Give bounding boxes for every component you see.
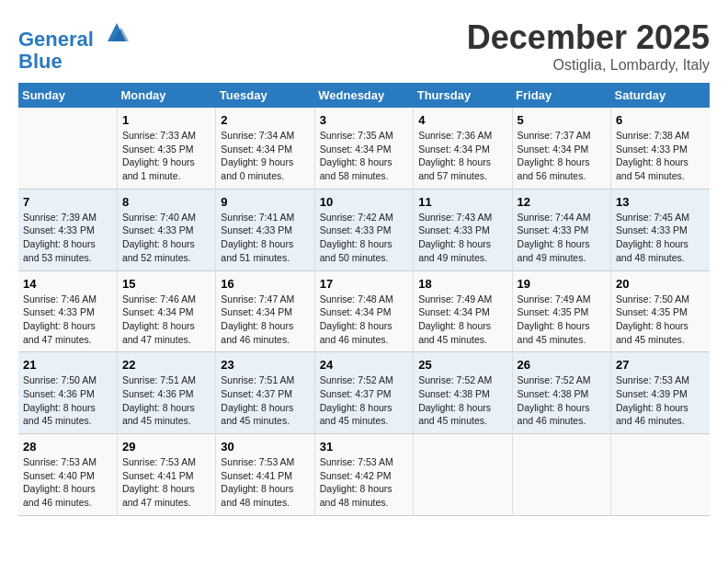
day-number: 19 [518,277,606,291]
day-cell: 7Sunrise: 7:39 AM Sunset: 4:33 PM Daylig… [18,189,117,270]
day-number: 9 [221,195,309,209]
day-detail: Sunrise: 7:34 AM Sunset: 4:34 PM Dayligh… [221,129,309,183]
day-number: 3 [320,113,408,127]
day-cell: 16Sunrise: 7:47 AM Sunset: 4:34 PM Dayli… [216,270,314,352]
day-number: 20 [616,277,705,291]
day-detail: Sunrise: 7:41 AM Sunset: 4:33 PM Dayligh… [221,211,309,265]
day-cell: 5Sunrise: 7:37 AM Sunset: 4:34 PM Daylig… [512,108,610,189]
day-detail: Sunrise: 7:48 AM Sunset: 4:34 PM Dayligh… [320,293,408,347]
day-cell: 28Sunrise: 7:53 AM Sunset: 4:40 PM Dayli… [18,434,117,516]
week-row-5: 28Sunrise: 7:53 AM Sunset: 4:40 PM Dayli… [18,434,710,516]
logo-icon [103,18,131,46]
day-cell: 18Sunrise: 7:49 AM Sunset: 4:34 PM Dayli… [414,270,512,352]
day-detail: Sunrise: 7:52 AM Sunset: 4:38 PM Dayligh… [518,373,606,428]
day-cell: 10Sunrise: 7:42 AM Sunset: 4:33 PM Dayli… [314,189,413,270]
day-number: 18 [418,277,506,291]
day-cell: 23Sunrise: 7:51 AM Sunset: 4:37 PM Dayli… [216,352,314,434]
day-cell: 2Sunrise: 7:34 AM Sunset: 4:34 PM Daylig… [216,108,314,189]
week-row-1: 1Sunrise: 7:33 AM Sunset: 4:35 PM Daylig… [18,108,710,189]
day-detail: Sunrise: 7:51 AM Sunset: 4:37 PM Dayligh… [221,373,309,428]
day-number: 2 [221,113,309,127]
day-cell: 6Sunrise: 7:38 AM Sunset: 4:33 PM Daylig… [611,108,710,189]
day-detail: Sunrise: 7:50 AM Sunset: 4:36 PM Dayligh… [23,373,112,428]
day-cell: 30Sunrise: 7:53 AM Sunset: 4:41 PM Dayli… [216,434,314,516]
day-cell [512,434,610,516]
week-row-2: 7Sunrise: 7:39 AM Sunset: 4:33 PM Daylig… [18,189,710,270]
title-area: December 2025 Ostiglia, Lombardy, Italy [467,18,710,74]
day-detail: Sunrise: 7:53 AM Sunset: 4:42 PM Dayligh… [320,455,408,510]
day-number: 29 [122,440,210,454]
day-number: 6 [616,113,705,127]
day-number: 1 [122,113,210,127]
day-detail: Sunrise: 7:47 AM Sunset: 4:34 PM Dayligh… [221,293,309,347]
weekday-header-thursday: Thursday [414,83,512,108]
day-detail: Sunrise: 7:53 AM Sunset: 4:39 PM Dayligh… [616,373,705,428]
week-row-4: 21Sunrise: 7:50 AM Sunset: 4:36 PM Dayli… [18,352,710,434]
day-detail: Sunrise: 7:51 AM Sunset: 4:36 PM Dayligh… [122,373,210,428]
day-number: 25 [418,358,506,372]
day-cell: 17Sunrise: 7:48 AM Sunset: 4:34 PM Dayli… [314,270,413,352]
day-cell [414,434,512,516]
day-number: 28 [23,440,112,454]
day-cell: 27Sunrise: 7:53 AM Sunset: 4:39 PM Dayli… [611,352,710,434]
day-cell: 19Sunrise: 7:49 AM Sunset: 4:35 PM Dayli… [512,270,610,352]
day-number: 31 [320,440,408,454]
day-detail: Sunrise: 7:53 AM Sunset: 4:41 PM Dayligh… [122,455,210,510]
day-number: 12 [518,195,606,209]
weekday-header-friday: Friday [512,83,610,108]
day-number: 4 [418,113,506,127]
day-detail: Sunrise: 7:44 AM Sunset: 4:33 PM Dayligh… [518,211,606,265]
weekday-header-wednesday: Wednesday [314,83,413,108]
day-detail: Sunrise: 7:39 AM Sunset: 4:33 PM Dayligh… [23,211,112,265]
day-detail: Sunrise: 7:53 AM Sunset: 4:40 PM Dayligh… [23,455,112,510]
weekday-header-monday: Monday [117,83,215,108]
logo: General Blue [18,18,131,73]
day-cell: 25Sunrise: 7:52 AM Sunset: 4:38 PM Dayli… [414,352,512,434]
day-cell: 21Sunrise: 7:50 AM Sunset: 4:36 PM Dayli… [18,352,117,434]
weekday-header-tuesday: Tuesday [216,83,314,108]
day-number: 13 [616,195,705,209]
day-number: 5 [518,113,606,127]
day-cell: 9Sunrise: 7:41 AM Sunset: 4:33 PM Daylig… [216,189,314,270]
calendar-table: SundayMondayTuesdayWednesdayThursdayFrid… [18,83,710,516]
day-number: 17 [320,277,408,291]
day-number: 14 [23,277,112,291]
day-detail: Sunrise: 7:40 AM Sunset: 4:33 PM Dayligh… [122,211,210,265]
day-number: 30 [221,440,309,454]
day-cell: 4Sunrise: 7:36 AM Sunset: 4:34 PM Daylig… [414,108,512,189]
day-number: 22 [122,358,210,372]
day-cell: 22Sunrise: 7:51 AM Sunset: 4:36 PM Dayli… [117,352,215,434]
day-detail: Sunrise: 7:50 AM Sunset: 4:35 PM Dayligh… [616,293,705,347]
day-number: 7 [23,195,112,209]
week-row-3: 14Sunrise: 7:46 AM Sunset: 4:33 PM Dayli… [18,270,710,352]
day-cell: 12Sunrise: 7:44 AM Sunset: 4:33 PM Dayli… [512,189,610,270]
weekday-header-sunday: Sunday [18,83,117,108]
day-cell: 13Sunrise: 7:45 AM Sunset: 4:33 PM Dayli… [611,189,710,270]
day-cell: 26Sunrise: 7:52 AM Sunset: 4:38 PM Dayli… [512,352,610,434]
day-cell: 11Sunrise: 7:43 AM Sunset: 4:33 PM Dayli… [414,189,512,270]
day-detail: Sunrise: 7:33 AM Sunset: 4:35 PM Dayligh… [122,129,210,183]
day-cell: 1Sunrise: 7:33 AM Sunset: 4:35 PM Daylig… [117,108,215,189]
day-cell: 20Sunrise: 7:50 AM Sunset: 4:35 PM Dayli… [611,270,710,352]
day-detail: Sunrise: 7:52 AM Sunset: 4:38 PM Dayligh… [418,373,506,428]
weekday-header-saturday: Saturday [611,83,710,108]
day-number: 11 [418,195,506,209]
day-number: 8 [122,195,210,209]
day-cell: 8Sunrise: 7:40 AM Sunset: 4:33 PM Daylig… [117,189,215,270]
day-cell: 15Sunrise: 7:46 AM Sunset: 4:34 PM Dayli… [117,270,215,352]
day-detail: Sunrise: 7:46 AM Sunset: 4:33 PM Dayligh… [23,293,112,347]
day-number: 10 [320,195,408,209]
day-detail: Sunrise: 7:42 AM Sunset: 4:33 PM Dayligh… [320,211,408,265]
day-cell: 24Sunrise: 7:52 AM Sunset: 4:37 PM Dayli… [314,352,413,434]
day-detail: Sunrise: 7:37 AM Sunset: 4:34 PM Dayligh… [518,129,606,183]
day-detail: Sunrise: 7:43 AM Sunset: 4:33 PM Dayligh… [418,211,506,265]
day-number: 24 [320,358,408,372]
month-title: December 2025 [467,18,710,57]
day-detail: Sunrise: 7:53 AM Sunset: 4:41 PM Dayligh… [221,455,309,510]
day-detail: Sunrise: 7:45 AM Sunset: 4:33 PM Dayligh… [616,211,705,265]
day-detail: Sunrise: 7:46 AM Sunset: 4:34 PM Dayligh… [122,293,210,347]
day-number: 16 [221,277,309,291]
day-number: 21 [23,358,112,372]
day-detail: Sunrise: 7:52 AM Sunset: 4:37 PM Dayligh… [320,373,408,428]
day-cell: 14Sunrise: 7:46 AM Sunset: 4:33 PM Dayli… [18,270,117,352]
